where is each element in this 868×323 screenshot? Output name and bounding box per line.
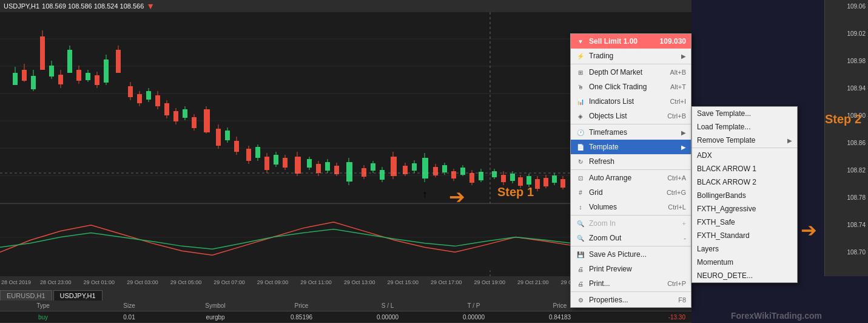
svg-rect-10 [13,73,18,85]
svg-rect-54 [225,131,230,140]
submenu-black-arrow-2[interactable]: BLACK ARROW 2 [692,175,797,189]
price-axis: 109.06 109.02 108.98 108.94 108.90 108.8… [824,0,868,276]
svg-rect-92 [422,158,428,178]
separator [571,64,691,64]
submenu-fxth-standard[interactable]: FXTH_Standard [692,229,797,242]
volumes-shortcut: Ctrl+L [668,203,686,211]
menu-item-template[interactable]: 📄 Template ▶ [571,140,691,154]
indicators-icon: 📊 [576,97,585,106]
menu-item-print[interactable]: 🖨 Print... Ctrl+P [571,276,691,291]
zoom-in-shortcut: + [682,220,686,227]
tab-usdjpy[interactable]: USDJPY,H1 [53,290,103,301]
menu-item-properties[interactable]: ⚙ Properties... F8 [571,293,691,307]
submenu-momentum[interactable]: Momentum [692,256,797,269]
menu-item-volumes[interactable]: ↕ Volumes Ctrl+L [571,200,691,214]
svg-rect-70 [307,159,312,168]
separator [571,169,691,170]
menu-label-print: Print... [589,279,610,288]
submenu-adx[interactable]: ADX [692,149,797,162]
menu-item-save-picture[interactable]: 💾 Save As Picture... [571,247,691,262]
submenu-neuro[interactable]: NEURO_DETE... [692,269,797,282]
submenu-remove-template[interactable]: Remove Template ▶ [692,134,797,147]
svg-rect-118 [543,178,548,186]
menu-item-objects[interactable]: ◈ Objects List Ctrl+B [571,109,691,123]
svg-rect-48 [192,117,197,128]
cell-curprice-1: 0.84183 [517,314,603,321]
menu-item-trading[interactable]: ⚡ Trading ▶ [571,49,691,63]
svg-rect-98 [451,171,456,178]
sell-limit-price: 109.030 [660,37,686,46]
price-label-3: 108.98 [847,58,866,64]
grid-shortcut: Ctrl+G [667,189,686,196]
tab-eurusd[interactable]: EURUSD,H1 [0,290,52,301]
submenu-black-arrow-1[interactable]: BLACK ARROW 1 [692,162,797,175]
timeframes-arrow-icon: ▶ [681,129,686,136]
menu-item-print-preview[interactable]: 🖨 Print Preview [571,262,691,276]
sell-limit-item[interactable]: ▼ Sell Limit 1.00 109.030 [571,34,691,49]
context-menu: ▼ Sell Limit 1.00 109.030 ⚡ Trading ▶ ⊞ … [570,33,691,308]
cell-type-1: buy [0,314,86,321]
price-label-10: 108.70 [847,249,866,256]
cell-price-1: 0.85196 [258,314,345,321]
menu-label-dom: Depth Of Market [589,68,642,76]
col-tp: T / P [431,302,517,309]
menu-label-auto-arrange: Auto Arrange [589,174,631,182]
bollinger-label: BollingerBands [697,191,746,200]
menu-item-auto-arrange[interactable]: ⊡ Auto Arrange Ctrl+A [571,171,691,185]
timeframes-icon: 🕐 [576,127,585,137]
svg-rect-46 [183,109,187,118]
menu-label-properties: Properties... [589,296,628,304]
submenu-fxth-aggressive[interactable]: FXTH_Aggressive [692,202,797,216]
menu-item-grid[interactable]: # Grid Ctrl+G [571,185,691,200]
layers-label: Layers [697,245,719,253]
save-template-label: Save Template... [697,109,751,118]
trading-arrow-icon: ▶ [681,53,686,59]
submenu-bollinger[interactable]: BollingerBands [692,189,797,202]
svg-rect-108 [501,175,506,182]
svg-rect-14 [31,76,36,89]
svg-rect-114 [527,176,531,185]
menu-item-one-click[interactable]: 🖱 One Click Trading Alt+T [571,80,691,94]
svg-rect-58 [246,149,251,161]
fxth-standard-label: FXTH_Standard [697,231,750,240]
menu-item-timeframes[interactable]: 🕐 Timeframes ▶ [571,125,691,140]
one-click-shortcut: Alt+T [670,83,686,90]
time-tick-12: 29 Oct 21:00 [517,279,549,285]
svg-rect-60 [255,147,260,158]
submenu-save-template[interactable]: Save Template... [692,107,797,120]
separator [571,124,691,124]
svg-rect-18 [49,66,54,76]
submenu-fxth-safe[interactable]: FXTH_Safe [692,216,797,229]
watermark: ForexWikiTrading.com [731,311,822,321]
menu-label-volumes: Volumes [589,203,617,211]
menu-item-indicators[interactable]: 📊 Indicators List Ctrl+I [571,94,691,109]
price-direction-icon: ▼ [146,1,155,11]
time-tick-2: 29 Oct 01:00 [84,279,115,285]
chart-top-bar: USDJPY,H1 108.569 108.586 108.524 108.56… [0,0,691,12]
volumes-icon: ↕ [576,202,585,212]
sell-limit-icon: ▼ [576,36,585,46]
zoom-out-shortcut: - [684,234,686,242]
svg-rect-32 [116,50,121,73]
svg-rect-44 [173,111,178,121]
sell-limit-label: Sell Limit 1.00 [589,37,638,46]
indicators-shortcut: Ctrl+I [670,98,686,105]
menu-item-refresh[interactable]: ↻ Refresh [571,154,691,169]
fxth-aggressive-label: FXTH_Aggressive [697,205,756,213]
menu-label-refresh: Refresh [589,157,614,166]
zoom-in-icon: 🔍 [576,219,585,228]
svg-rect-56 [234,141,239,152]
submenu-layers[interactable]: Layers [692,242,797,256]
template-arrow-icon: ▶ [681,144,686,151]
menu-item-zoom-out[interactable]: 🔍 Zoom Out - [571,231,691,245]
menu-item-zoom-in[interactable]: 🔍 Zoom In + [571,216,691,231]
price-label-9: 108.74 [847,222,866,228]
svg-rect-64 [274,155,278,165]
svg-rect-20 [58,75,63,84]
time-tick-8: 29 Oct 13:00 [344,279,375,285]
chart-symbol: USDJPY,H1 [4,2,39,10]
menu-item-dom[interactable]: ⊞ Depth Of Market Alt+B [571,65,691,80]
grid-icon: # [576,188,585,197]
submenu-load-template[interactable]: Load Template... [692,120,797,134]
svg-rect-116 [535,179,540,189]
